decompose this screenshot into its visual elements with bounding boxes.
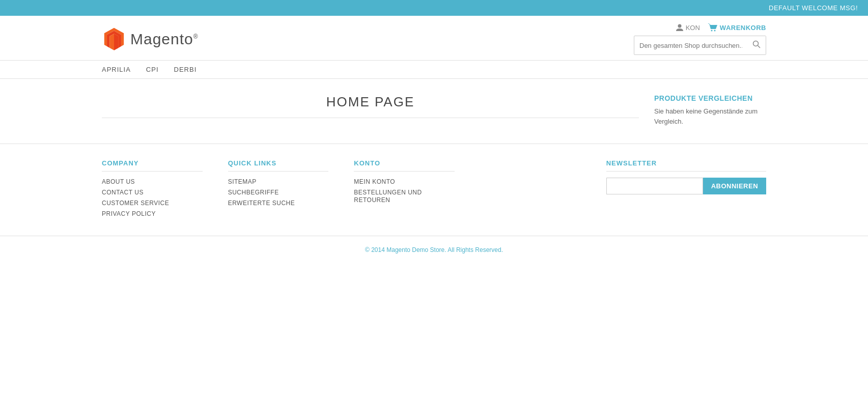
main-content: HOME PAGE PRODUKTE VERGLEICHEN Sie haben… — [0, 79, 868, 144]
about-us-link[interactable]: ABOUT US — [102, 178, 135, 185]
footer-col-company: COMPANY ABOUT US CONTACT US CUSTOMER SER… — [102, 159, 203, 220]
footer-col-quick-links: QUICK LINKS SITEMAP SUCHBEGRIFFE ERWEITE… — [228, 159, 329, 220]
footer-bottom: © 2014 Magento Demo Store. All Rights Re… — [0, 236, 868, 264]
warenkorb-link[interactable]: WARENKORB — [708, 23, 766, 32]
bestellungen-link[interactable]: BESTELLUNGEN UND RETOUREN — [354, 189, 422, 204]
privacy-policy-link[interactable]: PRIVACY POLICY — [102, 210, 156, 217]
page-title: HOME PAGE — [102, 94, 639, 118]
top-bar: DEFAULT WELCOME MSG! — [0, 0, 868, 16]
footer-top: COMPANY ABOUT US CONTACT US CUSTOMER SER… — [0, 144, 868, 236]
search-icon — [752, 40, 761, 48]
content-area: HOME PAGE — [102, 94, 639, 128]
sitemap-link[interactable]: SITEMAP — [228, 178, 257, 185]
newsletter-form: ABONNIEREN — [606, 178, 766, 194]
svg-point-1 — [711, 30, 712, 32]
header-right: KON WARENKORB — [634, 23, 766, 55]
nav-item-cpi[interactable]: CPI — [146, 66, 159, 73]
cart-icon — [708, 23, 718, 32]
company-links: ABOUT US CONTACT US CUSTOMER SERVICE PRI… — [102, 178, 203, 217]
main-nav: APRILIA CPI DERBI — [0, 60, 868, 79]
konto-title: KONTO — [354, 159, 455, 172]
search-input[interactable] — [634, 38, 747, 53]
footer: COMPANY ABOUT US CONTACT US CUSTOMER SER… — [0, 144, 868, 264]
sidebar: PRODUKTE VERGLEICHEN Sie haben keine Geg… — [654, 94, 766, 128]
konto-links: MEIN KONTO BESTELLUNGEN UND RETOUREN — [354, 178, 455, 204]
list-item: PRIVACY POLICY — [102, 210, 203, 217]
copyright-text: © 2014 Magento Demo Store. All Rights Re… — [365, 246, 503, 253]
footer-col-konto: KONTO MEIN KONTO BESTELLUNGEN UND RETOUR… — [354, 159, 455, 220]
list-item: MEIN KONTO — [354, 178, 455, 185]
list-item: BESTELLUNGEN UND RETOUREN — [354, 188, 455, 204]
list-item: ERWEITERTE SUCHE — [228, 199, 329, 207]
search-bar — [634, 36, 766, 55]
logo-area[interactable]: Magento® — [102, 27, 199, 51]
person-icon — [676, 23, 684, 32]
header-top-links: KON WARENKORB — [676, 23, 766, 32]
compare-title: PRODUKTE VERGLEICHEN — [654, 94, 766, 102]
nav-item-aprilia[interactable]: APRILIA — [102, 66, 131, 73]
nav-item-derbi[interactable]: DERBI — [174, 66, 197, 73]
quick-links-title: QUICK LINKS — [228, 159, 329, 172]
magento-logo-icon — [102, 27, 126, 51]
footer-col-spacer — [480, 159, 581, 220]
company-title: COMPANY — [102, 159, 203, 172]
svg-point-2 — [714, 30, 715, 32]
customer-service-link[interactable]: CUSTOMER SERVICE — [102, 200, 169, 207]
contact-us-link[interactable]: CONTACT US — [102, 189, 144, 196]
list-item: SUCHBEGRIFFE — [228, 188, 329, 196]
header: Magento® KON WARENKORB — [0, 16, 868, 60]
newsletter-col: NEWSLETTER ABONNIEREN — [606, 159, 766, 220]
search-button[interactable] — [747, 36, 766, 54]
welcome-message: DEFAULT WELCOME MSG! — [769, 4, 858, 12]
list-item: CUSTOMER SERVICE — [102, 199, 203, 207]
compare-text: Sie haben keine Gegenstände zum Vergleic… — [654, 106, 766, 126]
svg-line-4 — [758, 46, 761, 48]
newsletter-title: NEWSLETTER — [606, 159, 766, 172]
quick-links-list: SITEMAP SUCHBEGRIFFE ERWEITERTE SUCHE — [228, 178, 329, 207]
newsletter-subscribe-button[interactable]: ABONNIEREN — [703, 178, 766, 194]
erweiterte-suche-link[interactable]: ERWEITERTE SUCHE — [228, 200, 295, 207]
mein-konto-link[interactable]: MEIN KONTO — [354, 178, 395, 185]
suchbegriffe-link[interactable]: SUCHBEGRIFFE — [228, 189, 279, 196]
list-item: CONTACT US — [102, 188, 203, 196]
list-item: SITEMAP — [228, 178, 329, 185]
svg-point-0 — [678, 24, 681, 28]
konto-link[interactable]: KON — [676, 23, 700, 32]
newsletter-input[interactable] — [606, 178, 703, 194]
list-item: ABOUT US — [102, 178, 203, 185]
logo-text: Magento® — [130, 31, 199, 48]
svg-point-3 — [753, 41, 759, 46]
